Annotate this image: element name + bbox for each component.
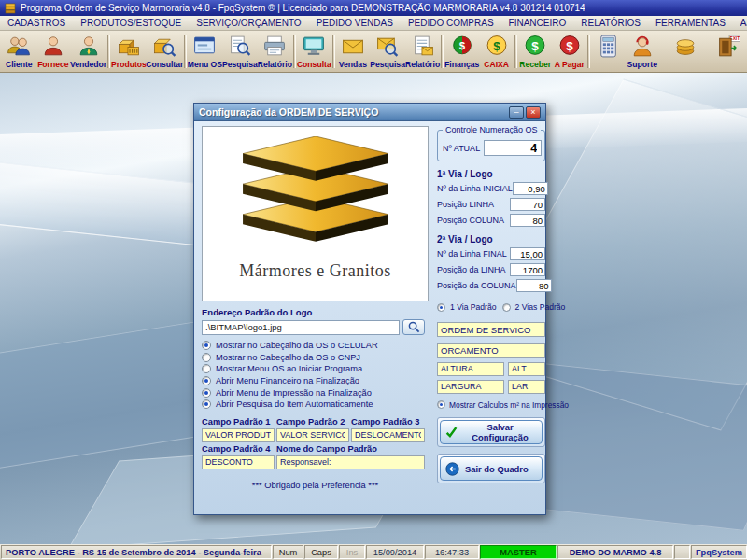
check-icon	[445, 426, 458, 439]
exit-dialog-button[interactable]: Sair do Quadro	[440, 456, 543, 481]
toolbar-pesquisa-vendas-label: Pesquisa	[370, 60, 405, 69]
radio-1-via-padrao[interactable]: 1 Via Padrão	[437, 301, 497, 314]
config-dialog: Configuração da ORDEM DE SERVIÇO – ×	[193, 103, 546, 515]
posicao-coluna-input[interactable]	[510, 214, 545, 227]
toolbar-cliente-label: Cliente	[6, 60, 33, 69]
toolbar-suporte-label: Suporte	[627, 60, 657, 69]
orcamento-field[interactable]	[437, 343, 545, 358]
radio-indicator	[202, 353, 211, 362]
status-numlock: Num	[273, 545, 303, 559]
option-mostrar-calculos[interactable]: Mostrar Calculos m² na Impressão	[437, 399, 545, 412]
numeracao-group-label: Controle Numeração OS	[443, 125, 541, 134]
toolbar-cliente-button[interactable]: Cliente	[2, 32, 36, 71]
campo2-input[interactable]	[276, 428, 349, 442]
menu-financeiro[interactable]: FINANCEIRO	[501, 18, 574, 28]
option-pesquisa-item[interactable]: Abrir Pesquisa do Item Automaticamente	[202, 399, 429, 411]
linha-inicial-input[interactable]	[513, 182, 548, 195]
nome-campo-label: Nome do Campo Padrão	[276, 444, 425, 454]
toolbar-vendedor-button[interactable]: Vendedor	[70, 32, 106, 71]
minimize-icon[interactable]: –	[509, 106, 524, 119]
footer-note: *** Obrigado pela Preferencia ***	[202, 481, 429, 490]
save-config-button[interactable]: Salvar Configuração	[440, 420, 543, 444]
status-database: DEMO DO MARMO 4.8	[557, 545, 673, 559]
largura-field[interactable]	[437, 380, 504, 394]
numero-atual-label: Nº ATUAL	[443, 144, 480, 153]
toolbar-financas-button[interactable]: $ Finanças	[444, 32, 479, 71]
logo-path-input[interactable]	[202, 320, 400, 335]
toolbar-pesquisa-os-button[interactable]: Pesquisa	[222, 32, 258, 71]
campo3-input[interactable]	[351, 428, 425, 442]
close-icon[interactable]: ×	[526, 106, 541, 119]
toolbar-sair-button[interactable]: EXIT	[711, 32, 745, 71]
toolbar-separator	[107, 35, 110, 68]
menu-produtos-estoque[interactable]: PRODUTOS/ESTOQUE	[73, 18, 189, 28]
radio-2-vias-padrao[interactable]: 2 Vias Padrão	[502, 301, 566, 314]
toolbar-separator	[184, 35, 187, 68]
toolbar-produtos-button[interactable]: Produtos	[111, 32, 147, 71]
via-padrao-radios: 1 Via Padrão 2 Vias Padrão	[437, 301, 545, 314]
menu-cadastros[interactable]: CADASTROS	[0, 18, 73, 28]
app-icon	[5, 3, 16, 14]
lar-field[interactable]	[508, 380, 545, 394]
menu-ajuda[interactable]: AJUDA	[733, 18, 747, 28]
posicao-linha2-input[interactable]	[510, 263, 545, 276]
dialog-right-column: Controle Numeração OS Nº ATUAL 1ª Via / …	[437, 126, 545, 511]
largura-row	[437, 380, 545, 394]
linha-final-input[interactable]	[510, 247, 545, 260]
nome-campo-input[interactable]	[276, 455, 425, 469]
toolbar-receber-button[interactable]: $ Receber	[518, 32, 553, 71]
toolbar-a-pagar-button[interactable]: $ A Pagar	[552, 32, 586, 71]
toolbar-relatorio-os-button[interactable]: Relatório	[258, 32, 292, 71]
via2-row-posicao-coluna: Posição da COLUNA	[437, 279, 545, 292]
toolbar-separator	[514, 35, 517, 68]
finance-icon: $	[449, 33, 475, 60]
toolbar-pesquisa-os-label: Pesquisa	[222, 60, 258, 69]
toolbar-moedas-button[interactable]	[668, 32, 702, 71]
exit-button-panel: Sair do Quadro	[437, 454, 545, 483]
toolbar-fornece-button[interactable]: Fornece	[36, 32, 71, 71]
campo1-input[interactable]	[202, 428, 275, 442]
status-date: 15/09/2014	[366, 545, 424, 559]
browse-logo-button[interactable]	[402, 319, 425, 335]
campo4-label: Campo Padrão 4	[202, 444, 275, 454]
campos-padrao-grid: Campo Padrão 1 Campo Padrão 2 Campo Padr…	[202, 417, 429, 469]
option-menu-os-iniciar[interactable]: Mostrar Menu OS ao Iniciar Programa	[202, 363, 429, 375]
menu-servico-orcamento[interactable]: SERVIÇO/ORÇAMENTO	[189, 18, 308, 28]
toolbar-suporte-button[interactable]: Suporte	[626, 32, 660, 71]
toolbar-consultar-button[interactable]: Consultar	[147, 32, 183, 71]
altura-field[interactable]	[437, 362, 504, 376]
toolbar-caixa-button[interactable]: $ CAIXA	[479, 32, 514, 71]
ordem-de-servico-field[interactable]	[437, 322, 545, 337]
toolbar-pesquisa-vendas-button[interactable]: Pesquisa	[370, 32, 405, 71]
sales-search-icon	[374, 33, 401, 60]
menubar: CADASTROS PRODUTOS/ESTOQUE SERVIÇO/ORÇAM…	[0, 16, 747, 31]
save-button-panel: Salvar Configuração	[437, 417, 545, 447]
alt-field[interactable]	[508, 362, 545, 376]
toolbar-menu-os-button[interactable]: Menu OS	[188, 32, 222, 71]
toolbar-vendas-button[interactable]: Vendas	[336, 32, 371, 71]
campo4-input[interactable]	[202, 455, 275, 469]
menu-relatorios[interactable]: RELATÓRIOS	[573, 18, 648, 28]
marble-logo-image	[222, 136, 409, 256]
logo-caption: Mármores e Granitos	[203, 261, 428, 281]
status-user-badge: MASTER	[480, 545, 557, 559]
via1-section-title: 1ª Via / Logo	[437, 169, 545, 179]
titlebar: Programa Ordem de Serviço Marmoraria v4.…	[0, 0, 747, 16]
menu-pedido-compras[interactable]: PEDIDO COMPRAS	[401, 18, 501, 28]
posicao-linha-input[interactable]	[510, 198, 545, 211]
menu-pedido-vendas[interactable]: PEDIDO VENDAS	[309, 18, 401, 28]
posicao-coluna2-input[interactable]	[516, 279, 552, 292]
numero-atual-input[interactable]	[484, 140, 542, 156]
option-menu-financeiro[interactable]: Abrir Menu Financeiro na Finalização	[202, 375, 429, 387]
toolbar-calculadora-button[interactable]	[591, 32, 626, 71]
option-menu-impressao[interactable]: Abrir Menu de Impressão na Finalização	[202, 386, 429, 399]
toolbar-relatorio-vendas-button[interactable]: Relatório	[405, 32, 440, 71]
radio-indicator	[202, 341, 211, 350]
menu-ferramentas[interactable]: FERRAMENTAS	[648, 18, 733, 28]
via1-row-linha-inicial: Nº da Linha INICIAL	[437, 182, 545, 195]
toolbar-consulta-button[interactable]: Consulta	[297, 32, 331, 71]
option-celular[interactable]: Mostrar no Cabeçalho da OS o CELULAR	[202, 340, 429, 352]
dialog-titlebar[interactable]: Configuração da ORDEM DE SERVIÇO – ×	[194, 104, 545, 121]
radio-indicator	[202, 376, 211, 385]
option-cnpj[interactable]: Mostrar no Cabeçalho da OS o CNPJ	[202, 352, 429, 364]
